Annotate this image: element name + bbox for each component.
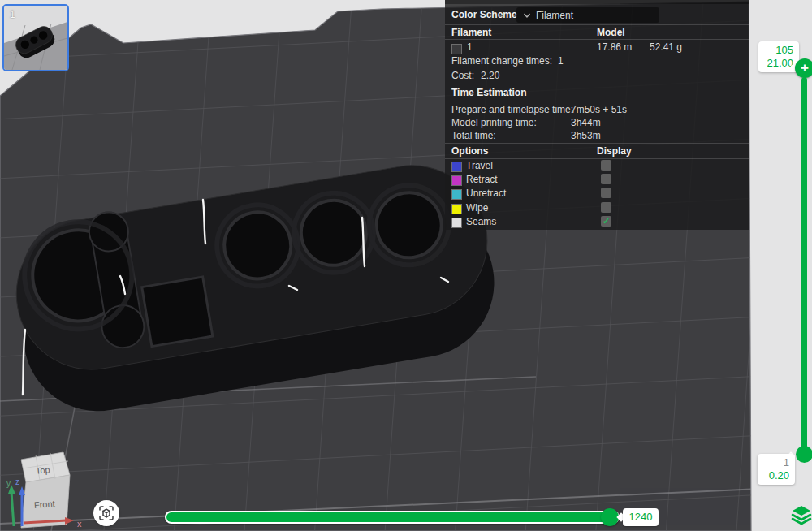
filament-length: 17.86 m <box>597 41 632 53</box>
bottom-layer-height: 0.20 <box>763 469 789 482</box>
color-scheme-dropdown[interactable]: Filament <box>516 7 659 23</box>
option-retract-label: Retract <box>466 174 498 185</box>
viewcube-top-label[interactable]: Top <box>35 464 50 476</box>
time-estimation-title: Time Estimation <box>451 87 526 98</box>
total-time-label: Total time: <box>451 130 496 141</box>
wipe-swatch <box>451 204 462 214</box>
option-travel-label: Travel <box>466 160 493 171</box>
x-axis-label: x <box>77 519 82 529</box>
move-slider-track[interactable] <box>165 511 620 524</box>
move-slider-value: 1240 <box>623 508 659 526</box>
plate-thumbnail[interactable]: 1 <box>2 4 69 71</box>
option-wipe-label: Wipe <box>466 202 488 214</box>
retract-display-checkbox[interactable] <box>601 174 611 184</box>
seams-swatch <box>451 218 462 228</box>
slicer-preview-window: Top Front y z x <box>0 0 812 531</box>
orbit-cube-icon <box>98 505 114 521</box>
color-scheme-label: Color Scheme <box>451 9 517 20</box>
total-time-value: 3h53m <box>571 130 601 141</box>
option-unretract-label: Unretract <box>466 188 506 199</box>
y-axis-label: y <box>6 479 11 488</box>
move-slider-fill <box>166 512 609 522</box>
travel-display-checkbox[interactable] <box>601 160 611 171</box>
z-axis-label: z <box>15 477 19 486</box>
model-column-header: Model <box>597 27 625 38</box>
unretract-swatch <box>451 189 462 200</box>
plus-icon: + <box>801 60 809 76</box>
filament-weight: 52.41 g <box>650 41 682 53</box>
travel-swatch <box>451 162 462 172</box>
unretract-display-checkbox[interactable] <box>601 188 611 198</box>
display-title: Display <box>597 145 632 157</box>
option-seams-label: Seams <box>466 216 496 227</box>
check-icon: ✓ <box>603 216 610 227</box>
panel-top-strip <box>445 0 749 4</box>
filament-column-header: Filament <box>451 27 491 38</box>
reset-view-button[interactable] <box>93 500 119 526</box>
layer-slider-bottom-tooltip: 1 0.20 <box>758 454 795 485</box>
prepare-time-value: 7m50s + 51s <box>571 104 627 115</box>
change-times-value: 1 <box>558 55 564 67</box>
layers-view-button[interactable] <box>790 503 812 526</box>
model-time-label: Model printing time: <box>451 117 537 128</box>
add-color-change-button[interactable]: + <box>795 58 812 78</box>
top-layer-height: 21.00 <box>764 57 793 70</box>
seams-display-checkbox[interactable]: ✓ <box>601 216 611 227</box>
filament-color-swatch <box>451 44 462 54</box>
model-time-value: 3h44m <box>571 117 601 128</box>
viewcube[interactable]: Top Front <box>21 452 70 528</box>
top-layer-number: 105 <box>764 44 793 57</box>
layers-icon <box>790 503 812 526</box>
cost-label: Cost: <box>451 70 474 81</box>
layer-slider-handle[interactable] <box>796 446 812 463</box>
bottom-layer-number: 1 <box>763 456 789 469</box>
change-times-label: Filament change times: <box>451 55 552 67</box>
preview-info-panel: Color Scheme Filament Filament Model 1 1… <box>445 0 749 230</box>
color-scheme-value: Filament <box>536 10 573 21</box>
plate-number: 1 <box>10 9 15 20</box>
filament-id: 1 <box>467 41 473 53</box>
retract-swatch <box>451 175 462 186</box>
wipe-display-checkbox[interactable] <box>601 202 611 213</box>
layer-slider-track[interactable] <box>801 77 807 449</box>
cost-value: 2.20 <box>481 70 499 81</box>
prepare-time-label: Prepare and timelapse time: <box>451 104 573 115</box>
options-title: Options <box>451 145 488 157</box>
chevron-down-icon <box>522 11 532 20</box>
viewcube-front-label[interactable]: Front <box>33 499 54 510</box>
